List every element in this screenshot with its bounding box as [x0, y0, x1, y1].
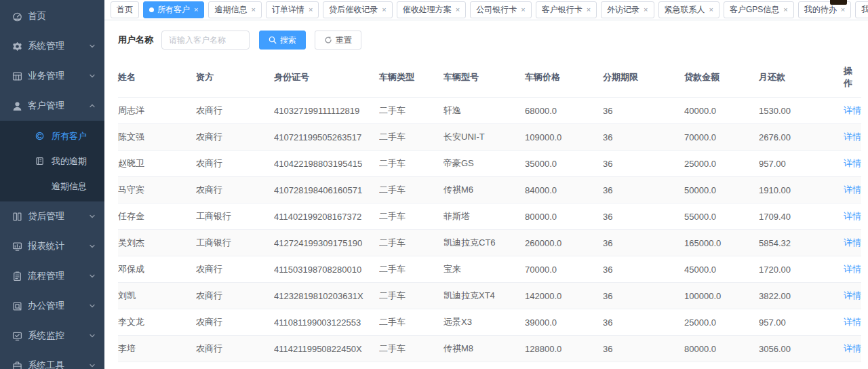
cell: 1530.00 — [759, 98, 844, 124]
tab-label: 催收处理方案 — [403, 4, 452, 16]
detail-link[interactable]: 详情 — [844, 317, 861, 327]
action-cell: 详情 — [844, 177, 861, 203]
search-icon — [269, 36, 277, 44]
column-header-1: 资方 — [196, 58, 274, 98]
sidebar-item-8[interactable]: 系统监控 — [0, 321, 104, 351]
close-icon[interactable]: × — [251, 6, 255, 14]
cell: 陈文强 — [118, 124, 196, 151]
submenu-item-2[interactable]: 逾期信息 — [0, 174, 104, 199]
tab-12[interactable]: 我的流程× — [855, 1, 868, 18]
cell: 凯迪拉克XT4 — [443, 283, 525, 309]
close-icon[interactable]: × — [783, 6, 787, 14]
column-header-3: 车辆类型 — [379, 58, 443, 98]
customer-name-input[interactable] — [161, 31, 250, 50]
cell: 36 — [603, 98, 684, 124]
cell: 农商行 — [196, 362, 274, 369]
detail-link[interactable]: 详情 — [844, 237, 861, 248]
close-icon[interactable]: × — [309, 6, 313, 14]
cell: 36 — [603, 177, 684, 203]
cell: 农商行 — [196, 98, 274, 124]
sidebar-item-2[interactable]: 业务管理 — [0, 61, 104, 91]
close-icon[interactable]: × — [587, 6, 591, 14]
cell: 工商银行 — [196, 230, 274, 256]
sidebar-item-0[interactable]: 首页 — [0, 1, 104, 31]
tab-label: 首页 — [117, 4, 133, 16]
detail-link[interactable]: 详情 — [844, 290, 861, 300]
close-icon[interactable]: × — [521, 6, 525, 14]
reset-button[interactable]: 重置 — [315, 31, 361, 50]
main-area: 首页所有客户×逾期信息×订单详情×贷后催收记录×催收处理方案×公司银行卡×客户银… — [104, 0, 868, 369]
search-button[interactable]: 搜索 — [259, 31, 306, 50]
chevron-down-icon — [89, 213, 96, 220]
detail-link[interactable]: 详情 — [844, 184, 861, 195]
detail-link[interactable]: 详情 — [844, 132, 861, 142]
sidebar-item-label: 系统监控 — [28, 330, 64, 342]
submenu-item-0[interactable]: 所有客户 — [0, 123, 104, 149]
sidebar-item-label: 系统管理 — [28, 40, 64, 52]
tab-7[interactable]: 客户银行卡× — [536, 1, 597, 18]
sidebar-item-4[interactable]: 贷后管理 — [0, 201, 104, 231]
cell: 农商行 — [196, 151, 274, 177]
detail-link[interactable]: 详情 — [844, 211, 861, 221]
sidebar: 首页系统管理业务管理客户管理所有客户我的逾期逾期信息贷后管理报表统计流程管理办公… — [0, 0, 104, 369]
cell: 宝来 — [443, 256, 525, 283]
close-icon[interactable]: × — [709, 6, 713, 14]
active-tab-dot — [149, 7, 154, 12]
grid-icon — [12, 71, 22, 81]
tab-2[interactable]: 逾期信息× — [208, 1, 261, 18]
cell: 传祺M6 — [443, 177, 525, 203]
sidebar-item-1[interactable]: 系统管理 — [0, 31, 104, 61]
tab-9[interactable]: 紧急联系人× — [658, 1, 719, 18]
cell: 周志洋 — [118, 98, 196, 124]
icon-placeholder — [35, 182, 44, 191]
tab-0[interactable]: 首页 — [111, 1, 139, 18]
cell: 25000.0 — [684, 151, 759, 177]
cell: 35000.0 — [525, 151, 603, 177]
chevron-down-icon — [89, 73, 96, 79]
tab-3[interactable]: 订单详情× — [266, 1, 319, 18]
user-icon — [12, 100, 22, 111]
close-icon[interactable]: × — [382, 6, 386, 14]
cell: 36 — [603, 124, 684, 151]
detail-link[interactable]: 详情 — [844, 158, 861, 168]
action-cell: 详情 — [844, 230, 861, 256]
column-header-0: 姓名 — [118, 58, 196, 98]
submenu: 所有客户我的逾期逾期信息 — [0, 121, 104, 201]
table-row: 黄强农商行41152720000215809X二手车英仕派140000.0369… — [118, 362, 861, 369]
close-icon[interactable]: × — [456, 6, 460, 14]
submenu-item-1[interactable]: 我的逾期 — [0, 149, 104, 174]
cell: 二手车 — [379, 362, 443, 369]
sidebar-item-9[interactable]: 系统工具 — [0, 351, 104, 369]
cell: 李培 — [118, 336, 196, 362]
sidebar-item-6[interactable]: 流程管理 — [0, 261, 104, 291]
tab-4[interactable]: 贷后催收记录× — [323, 1, 392, 18]
tab-8[interactable]: 外访记录× — [601, 1, 654, 18]
detail-link[interactable]: 详情 — [844, 105, 861, 115]
cell: 二手车 — [379, 230, 443, 256]
sidebar-item-3[interactable]: 客户管理 — [0, 91, 104, 121]
cell: 957.00 — [759, 309, 844, 336]
column-header-7: 贷款金额 — [684, 58, 759, 98]
sidebar-item-7[interactable]: 办公管理 — [0, 291, 104, 321]
tab-6[interactable]: 公司银行卡× — [470, 1, 531, 18]
action-cell: 详情 — [844, 362, 861, 369]
detail-link[interactable]: 详情 — [844, 343, 861, 353]
cell: 36 — [603, 336, 684, 362]
sidebar-item-5[interactable]: 报表统计 — [0, 231, 104, 261]
cell: 80000.0 — [525, 203, 603, 230]
tab-label: 我的流程 — [861, 4, 868, 16]
detail-link[interactable]: 详情 — [844, 264, 861, 274]
close-icon[interactable]: × — [194, 6, 198, 14]
sidebar-item-label: 业务管理 — [28, 70, 64, 82]
cell: 36 — [603, 230, 684, 256]
close-icon[interactable]: × — [841, 6, 845, 14]
cell: 二手车 — [379, 283, 443, 309]
tab-1[interactable]: 所有客户× — [143, 1, 204, 18]
tab-10[interactable]: 客户GPS信息× — [724, 1, 794, 18]
cell: 二手车 — [379, 336, 443, 362]
close-icon[interactable]: × — [644, 6, 648, 14]
cell: 36 — [603, 283, 684, 309]
cell: 410327199111112819 — [274, 98, 379, 124]
tab-label: 逾期信息 — [214, 4, 247, 16]
tab-5[interactable]: 催收处理方案× — [397, 1, 466, 18]
